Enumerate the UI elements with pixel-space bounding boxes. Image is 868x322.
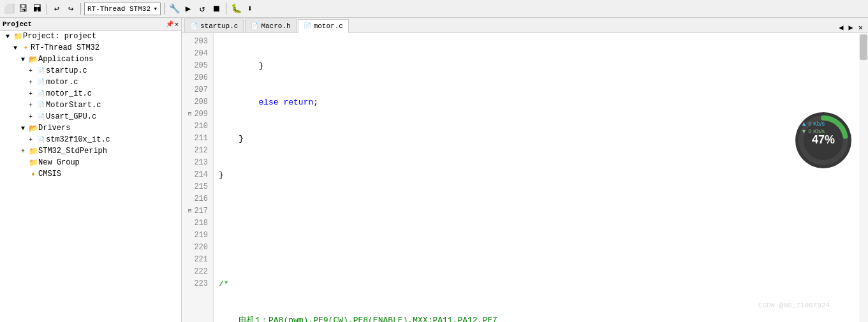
tree-rt-thread-label: RT-Thread STM32: [31, 43, 99, 52]
ln-215: 215: [184, 181, 208, 193]
toolbar-icon-build[interactable]: ▶: [182, 3, 195, 15]
ln-203: 203: [184, 36, 208, 48]
ln-204: 204: [184, 48, 208, 60]
tree-cmsis[interactable]: ♦ CMSIS: [0, 168, 181, 180]
tab-scroll-right-btn[interactable]: ▶: [846, 23, 856, 33]
tree-motor-it-expand-icon: +: [26, 91, 36, 98]
tree-stdperiph-expand-icon: +: [18, 148, 28, 155]
tree-applications-label: Applications: [38, 55, 93, 64]
ln-211: 211: [184, 133, 208, 145]
watermark: CSDN @m0_71087924: [758, 302, 830, 309]
ln-214: 214: [184, 169, 208, 181]
tab-startup-icon: 📄: [190, 22, 198, 30]
tab-close-btn[interactable]: ✕: [856, 23, 865, 33]
tree-drivers[interactable]: ▼ 📂 Drivers: [0, 122, 181, 134]
sidebar-header: Project 📌 ✕: [0, 18, 181, 31]
tree-rt-thread[interactable]: ▼ 🔸 RT-Thread STM32: [0, 42, 181, 54]
ln-207: 207: [184, 84, 208, 96]
tree-file-motorstart[interactable]: + 📄 MotorStart.c: [0, 99, 181, 111]
toolbar-icon-5[interactable]: ↪: [64, 3, 77, 15]
sidebar-pin-btn[interactable]: 📌: [166, 20, 173, 28]
tree-drivers-label: Drivers: [38, 124, 70, 133]
tree-newgroup-label: New Group: [38, 158, 80, 167]
tree-startup-label: startup.c: [46, 66, 87, 75]
toolbar-icon-2[interactable]: 🖫: [17, 3, 29, 15]
svg-text:▼ 0 Kb/s: ▼ 0 Kb/s: [801, 128, 825, 135]
tab-scroll-left-btn[interactable]: ◀: [836, 23, 846, 33]
tab-bar-actions: ◀ ▶ ✕: [836, 23, 868, 33]
code-editor[interactable]: 203 204 205 206 207 208 ⊟209 210 211 212…: [182, 33, 868, 322]
perf-widget: 47% ▲ 0 Kb/s ▼ 0 Kb/s: [795, 112, 852, 172]
toolbar-icon-rebuild[interactable]: ↺: [196, 3, 209, 15]
code-line-205: }: [219, 133, 854, 145]
sidebar-content: ▼ 📁 Project: project ▼ 🔸 RT-Thread STM32…: [0, 31, 181, 322]
toolbar-icon-settings[interactable]: 🔧: [168, 3, 180, 15]
code-line-204: else return;: [219, 96, 854, 108]
fold-209-icon[interactable]: ⊟: [188, 108, 191, 121]
tree-stdperiph[interactable]: + 📁 STM32_StdPeriph: [0, 145, 181, 157]
code-line-209: /*: [219, 278, 854, 290]
code-content[interactable]: } else return; } } /* 电机1：PA8(pwm),PE9(C…: [214, 33, 859, 322]
toolbar-icon-1[interactable]: ⬜: [3, 3, 15, 15]
tab-startup[interactable]: 📄 startup.c: [184, 18, 244, 33]
ln-221: 221: [184, 254, 208, 266]
tree-root[interactable]: ▼ 📁 Project: project: [0, 31, 181, 42]
toolbar-icon-download[interactable]: ⬇: [244, 3, 256, 15]
ln-219: 219: [184, 230, 208, 242]
code-line-207: [219, 205, 854, 217]
toolbar-icon-debug[interactable]: 🐛: [230, 3, 242, 15]
tree-rt-thread-expand-icon: ▼: [10, 45, 20, 52]
ln-206: 206: [184, 72, 208, 84]
fold-217-icon[interactable]: ⊟: [188, 205, 191, 217]
code-line-206: }: [219, 169, 854, 181]
tree-file-usart[interactable]: + 📄 Usart_GPU.c: [0, 111, 181, 122]
ln-223: 223: [184, 278, 208, 290]
tree-file-motor-it[interactable]: + 📄 motor_it.c: [0, 88, 181, 99]
toolbar-icon-3[interactable]: 🖬: [31, 3, 43, 15]
sidebar-close-btn[interactable]: ✕: [175, 20, 179, 28]
ln-222: 222: [184, 266, 208, 278]
tree-drivers-expand-icon: ▼: [18, 125, 28, 132]
ln-217: ⊟217: [184, 205, 208, 217]
tree-motor-label: motor.c: [46, 78, 78, 87]
tab-macro-label: Macro.h: [261, 22, 290, 30]
scrollbar-track[interactable]: [859, 33, 868, 322]
tree-newgroup-folder-icon: 📁: [28, 158, 38, 168]
tree-usart-label: Usart_GPU.c: [46, 112, 96, 121]
tree-file-motor[interactable]: + 📄 motor.c: [0, 77, 181, 88]
tree-file-stm32it[interactable]: + 📄 stm32f10x_it.c: [0, 134, 181, 145]
tab-motor[interactable]: 📄 motor.c: [298, 19, 349, 33]
ln-208: 208: [184, 96, 208, 108]
line-numbers: 203 204 205 206 207 208 ⊟209 210 211 212…: [182, 33, 214, 322]
tree-stm32it-file-icon: 📄: [36, 136, 46, 143]
ln-218: 218: [184, 217, 208, 230]
toolbar-sep-3: [164, 3, 165, 15]
tree-stm32it-expand-icon: +: [26, 136, 36, 143]
tree-applications-expand-icon: ▼: [18, 56, 28, 63]
code-line-208: [219, 242, 854, 254]
tree-stdperiph-label: STM32_StdPeriph: [38, 147, 107, 156]
tree-root-expand-icon: ▼: [3, 33, 13, 40]
tab-bar: 📄 startup.c 📄 Macro.h 📄 motor.c ◀ ▶ ✕: [182, 18, 868, 33]
tree-motor-it-file-icon: 📄: [36, 90, 46, 98]
tree-cmsis-icon: ♦: [28, 171, 38, 178]
toolbar-sep-4: [226, 3, 226, 15]
target-dropdown[interactable]: RT-Thread STM32 ▾: [84, 3, 161, 15]
tree-motorstart-label: MotorStart.c: [46, 101, 101, 110]
tree-newgroup[interactable]: 📁 New Group: [0, 157, 181, 168]
ln-205: 205: [184, 60, 208, 72]
tab-macro[interactable]: 📄 Macro.h: [245, 18, 296, 33]
tree-applications[interactable]: ▼ 📂 Applications: [0, 54, 181, 65]
ln-216: 216: [184, 193, 208, 205]
svg-text:47%: 47%: [812, 133, 835, 146]
tree-file-startup[interactable]: + 📄 startup.c: [0, 65, 181, 77]
tree-motor-expand-icon: +: [26, 79, 36, 86]
code-line-203: }: [219, 60, 854, 72]
sidebar: Project 📌 ✕ ▼ 📁 Project: project ▼ 🔸 RT-…: [0, 18, 182, 322]
toolbar-sep-1: [47, 3, 47, 15]
scrollbar-thumb[interactable]: [860, 34, 867, 60]
ln-212: 212: [184, 145, 208, 157]
toolbar-icon-stop[interactable]: ⏹: [210, 3, 223, 15]
ln-210: 210: [184, 121, 208, 133]
toolbar-icon-4[interactable]: ↩: [50, 3, 63, 15]
